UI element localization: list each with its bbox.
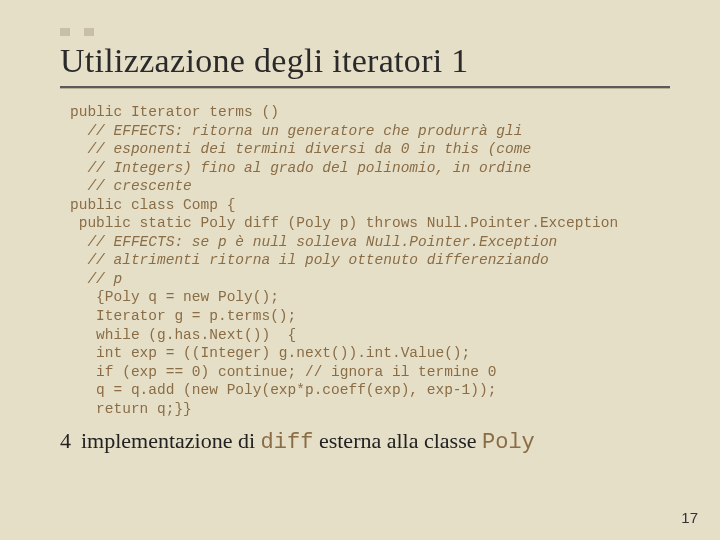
horizontal-rule (60, 86, 670, 89)
code-line: // EFFECTS: ritorna un generatore che pr… (70, 123, 522, 139)
bullet-number: 4 (60, 428, 71, 454)
code-line: // Integers) fino al grado del polinomio… (70, 160, 531, 176)
code-line: return q;}} (70, 401, 192, 417)
top-marks (60, 28, 670, 36)
code-line: public static Poly diff (Poly p) throws … (70, 215, 618, 231)
decor-mark (60, 28, 70, 36)
code-line: while (g.has.Next()) { (70, 327, 296, 343)
code-line: // p (70, 271, 122, 287)
code-line: if (exp == 0) continue; // ignora il ter… (70, 364, 496, 380)
code-line: int exp = ((Integer) g.next()).int.Value… (70, 345, 470, 361)
text: implementazione di (81, 428, 261, 453)
code-line: Iterator g = p.terms(); (70, 308, 296, 324)
code-line: // crescente (70, 178, 192, 194)
code-block: public Iterator terms () // EFFECTS: rit… (70, 103, 670, 418)
bullet-text: implementazione di diff esterna alla cla… (81, 428, 535, 455)
code-line: // altrimenti ritorna il poly ottenuto d… (70, 252, 549, 268)
code-line: q = q.add (new Poly(exp*p.coeff(exp), ex… (70, 382, 496, 398)
inline-code: Poly (482, 430, 535, 455)
code-line: // esponenti dei termini diversi da 0 in… (70, 141, 531, 157)
code-line: // EFFECTS: se p è null solleva Null.Poi… (70, 234, 557, 250)
decor-mark (84, 28, 94, 36)
text: esterna alla classe (313, 428, 482, 453)
inline-code: diff (261, 430, 314, 455)
code-line: public class Comp { (70, 197, 235, 213)
code-line: {Poly q = new Poly(); (70, 289, 279, 305)
slide: Utilizzazione degli iteratori 1 public I… (0, 0, 720, 540)
bullet-row: 4 implementazione di diff esterna alla c… (60, 428, 670, 455)
page-number: 17 (681, 509, 698, 526)
slide-title: Utilizzazione degli iteratori 1 (60, 42, 670, 80)
code-line: public Iterator terms () (70, 104, 279, 120)
